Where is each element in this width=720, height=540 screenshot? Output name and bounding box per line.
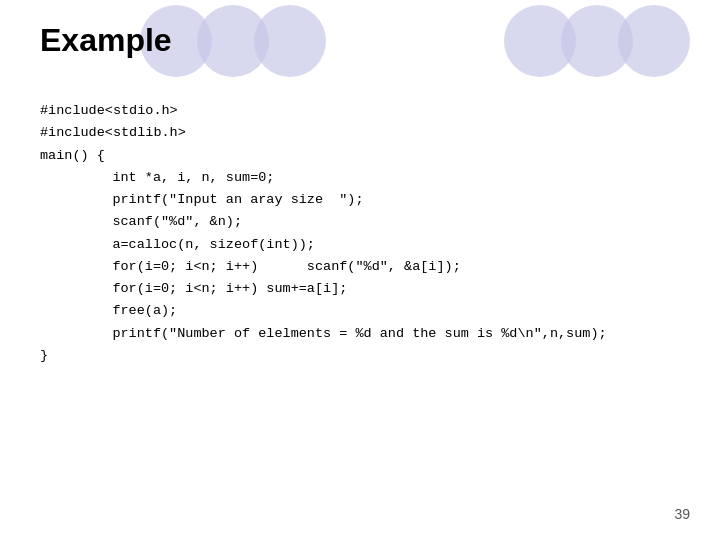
code-line-7: a=calloc(n, sizeof(int));	[40, 234, 680, 256]
code-line-1: #include<stdio.h>	[40, 100, 680, 122]
code-line-8: for(i=0; i<n; i++) scanf("%d", &a[i]);	[40, 256, 680, 278]
code-line-3: main() {	[40, 145, 680, 167]
circle-left-3	[254, 5, 326, 77]
code-line-9: for(i=0; i<n; i++) sum+=a[i];	[40, 278, 680, 300]
slide: Example #include<stdio.h> #include<stdli…	[0, 0, 720, 540]
slide-title: Example	[40, 22, 172, 59]
code-line-6: scanf("%d", &n);	[40, 211, 680, 233]
code-line-2: #include<stdlib.h>	[40, 122, 680, 144]
code-line-11: printf("Number of elelments = %d and the…	[40, 323, 680, 345]
code-line-4: int *a, i, n, sum=0;	[40, 167, 680, 189]
code-line-10: free(a);	[40, 300, 680, 322]
decorative-circles-left	[150, 5, 326, 77]
circle-right-3	[618, 5, 690, 77]
decorative-circles-right	[514, 5, 690, 77]
code-block: #include<stdio.h> #include<stdlib.h> mai…	[40, 100, 680, 367]
code-line-12: }	[40, 345, 680, 367]
code-content-area: #include<stdio.h> #include<stdlib.h> mai…	[40, 100, 680, 367]
page-number: 39	[674, 506, 690, 522]
code-line-5: printf("Input an aray size ");	[40, 189, 680, 211]
